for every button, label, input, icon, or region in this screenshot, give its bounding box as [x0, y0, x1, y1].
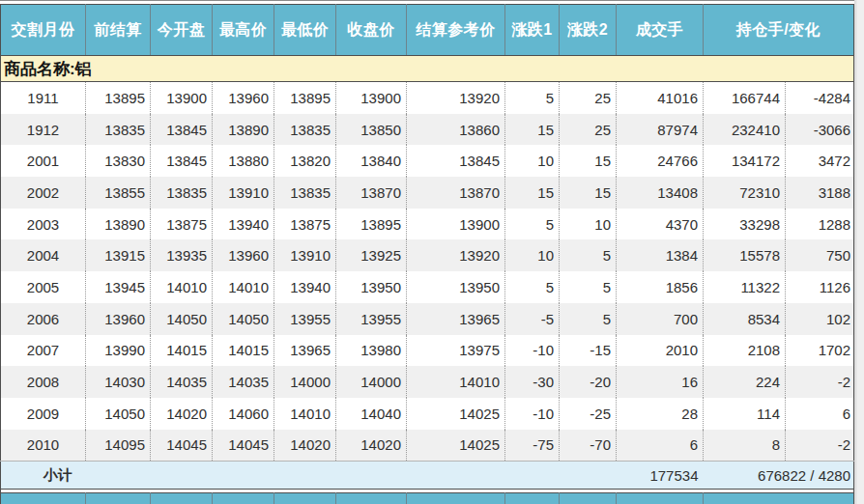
cell-open-interest: 15578: [704, 239, 786, 271]
cell-settlement-ref-price: 13965: [407, 303, 505, 335]
cell-change-1: -30: [505, 366, 560, 398]
cell-close-price: 13955: [336, 303, 407, 335]
next-table-header-cell: [617, 493, 704, 504]
cell-delivery-month: 2006: [1, 303, 86, 335]
cell-today-open: 13900: [151, 82, 213, 114]
cell-high-price: 13960: [213, 82, 274, 114]
cell-oi-change: 1702: [786, 335, 854, 367]
col-header-prev-settlement: 前结算: [86, 5, 151, 56]
cell-today-open: 14015: [151, 335, 213, 367]
cell-open-interest: 72310: [704, 177, 786, 209]
table-row: 2010140951404514045140201402014025-75-70…: [1, 430, 854, 462]
cell-change-2: -15: [560, 335, 617, 367]
table-row: 1911138951390013960138951390013920525410…: [1, 82, 854, 114]
cell-change-2: 15: [560, 145, 617, 177]
cell-change-1: 5: [505, 271, 560, 303]
cell-low-price: 14020: [274, 430, 336, 462]
cell-change-1: 10: [505, 145, 560, 177]
cell-prev-settlement: 13835: [86, 114, 151, 146]
cell-low-price: 14000: [274, 366, 336, 398]
cell-volume: 87974: [617, 114, 704, 146]
cell-open-interest: 8534: [704, 303, 786, 335]
cell-high-price: 14015: [213, 335, 274, 367]
cell-volume: 1856: [617, 271, 704, 303]
cell-high-price: 14045: [213, 430, 274, 462]
cell-change-2: -70: [560, 430, 617, 462]
table-row: 1912138351384513890138351385013860152587…: [1, 114, 854, 146]
cell-oi-change: 6: [786, 398, 854, 430]
cell-oi-change: 1126: [786, 271, 854, 303]
table-body: 商品名称:铝1911138951390013960138951390013920…: [1, 56, 854, 504]
cell-today-open: 14020: [151, 398, 213, 430]
cell-volume: 28: [617, 398, 704, 430]
next-table-header-cell: [560, 493, 617, 504]
cell-change-2: 15: [560, 177, 617, 209]
cell-open-interest: 232410: [704, 114, 786, 146]
cell-low-price: 13965: [274, 335, 336, 367]
cell-open-interest: 8: [704, 430, 786, 462]
cell-high-price: 14010: [213, 271, 274, 303]
commodity-name-row: 商品名称:铝: [1, 56, 854, 82]
next-table-header-cell: [86, 493, 151, 504]
cell-delivery-month: 2009: [1, 398, 86, 430]
cell-settlement-ref-price: 13975: [407, 335, 505, 367]
subtotal-open-interest-change: 676822 / 4280: [704, 462, 854, 490]
col-header-high-price: 最高价: [213, 5, 274, 56]
cell-oi-change: 3472: [786, 145, 854, 177]
cell-change-2: 5: [560, 239, 617, 271]
col-header-delivery-month: 交割月份: [1, 5, 86, 56]
col-header-today-open: 今开盘: [151, 5, 213, 56]
table-row: 2002138551383513910138351387013870151513…: [1, 177, 854, 209]
cell-today-open: 14035: [151, 366, 213, 398]
cell-prev-settlement: 13890: [86, 209, 151, 240]
cell-high-price: 13940: [213, 209, 274, 240]
table-header: 交割月份前结算今开盘最高价最低价收盘价结算参考价涨跌1涨跌2成交手持仓手/变化: [1, 5, 854, 56]
cell-low-price: 13940: [274, 271, 336, 303]
cell-prev-settlement: 13855: [86, 177, 151, 209]
cell-delivery-month: 2004: [1, 239, 86, 271]
next-table-header-cell: [1, 493, 86, 504]
cell-delivery-month: 1911: [1, 82, 86, 114]
next-table-header-strip: [1, 493, 854, 504]
cell-change-1: 15: [505, 114, 560, 146]
cell-change-2: 25: [560, 114, 617, 146]
cell-oi-change: 102: [786, 303, 854, 335]
cell-settlement-ref-price: 13920: [407, 239, 505, 271]
cell-low-price: 13895: [274, 82, 336, 114]
cell-change-1: 5: [505, 82, 560, 114]
next-table-header-cell: [213, 493, 274, 504]
cell-settlement-ref-price: 13950: [407, 271, 505, 303]
cell-volume: 41016: [617, 82, 704, 114]
cell-high-price: 13960: [213, 239, 274, 271]
cell-prev-settlement: 13990: [86, 335, 151, 367]
cell-open-interest: 224: [704, 366, 786, 398]
cell-prev-settlement: 13945: [86, 271, 151, 303]
cell-close-price: 13850: [336, 114, 407, 146]
cell-close-price: 14000: [336, 366, 407, 398]
cell-open-interest: 2108: [704, 335, 786, 367]
subtotal-volume: 177534: [617, 462, 704, 490]
table-row: 2005139451401014010139401395013950551856…: [1, 271, 854, 303]
cell-volume: 2010: [617, 335, 704, 367]
cell-oi-change: -4284: [786, 82, 854, 114]
cell-delivery-month: 2003: [1, 209, 86, 240]
cell-volume: 6: [617, 430, 704, 462]
cell-prev-settlement: 14050: [86, 398, 151, 430]
cell-settlement-ref-price: 14025: [407, 398, 505, 430]
cell-prev-settlement: 13960: [86, 303, 151, 335]
cell-today-open: 13935: [151, 239, 213, 271]
cell-oi-change: 750: [786, 239, 854, 271]
cell-low-price: 13875: [274, 209, 336, 240]
cell-today-open: 14050: [151, 303, 213, 335]
cell-change-1: -10: [505, 398, 560, 430]
cell-delivery-month: 2001: [1, 145, 86, 177]
table-row: 2007139901401514015139651398013975-10-15…: [1, 335, 854, 367]
col-header-close-price: 收盘价: [336, 5, 407, 56]
cell-today-open: 13845: [151, 114, 213, 146]
cell-prev-settlement: 13895: [86, 82, 151, 114]
table-row: 2003138901387513940138751389513900510437…: [1, 209, 854, 240]
table-row: 2009140501402014060140101404014025-10-25…: [1, 398, 854, 430]
cell-volume: 4370: [617, 209, 704, 240]
cell-volume: 1384: [617, 239, 704, 271]
right-gutter: [854, 0, 864, 504]
